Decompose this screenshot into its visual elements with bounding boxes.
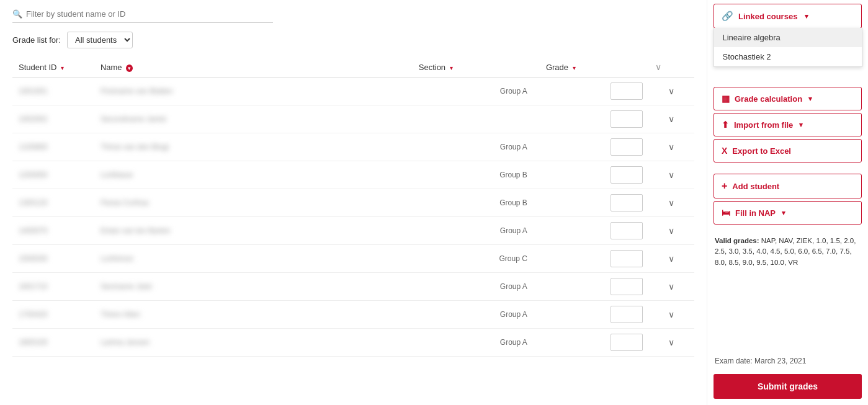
section-value-4: Group B: [499, 198, 527, 207]
linked-courses-dropdown: Lineaire algebra Stochastiek 2: [714, 28, 862, 67]
cell-student-id-2: 1100800: [12, 133, 94, 161]
cell-expand-5: ∨: [649, 217, 694, 245]
grade-input-6[interactable]: [611, 250, 643, 267]
section-value-0: Group A: [500, 87, 527, 96]
cell-expand-7: ∨: [649, 273, 694, 301]
cell-section-6: Group C: [413, 245, 540, 273]
sidebar-actions: ▦ Grade calculation ▾ ⬆ Import from file…: [707, 82, 868, 229]
linked-course-item-1[interactable]: Stochastiek 2: [714, 47, 862, 66]
grade-sort-icon: ▾: [573, 65, 576, 71]
cell-section-7: Group A: [413, 273, 540, 301]
grade-input-8[interactable]: [611, 306, 643, 323]
grade-list-for-select[interactable]: All students Group A Group B Group C: [67, 32, 133, 48]
add-student-button[interactable]: + Add student: [714, 174, 862, 198]
col-header-name-label: Name: [101, 63, 122, 72]
import-from-file-button[interactable]: ⬆ Import from file ▾: [714, 113, 862, 136]
col-header-section[interactable]: Section ▾: [413, 58, 540, 78]
cell-student-id-9: 1800100: [12, 329, 94, 357]
grade-calculation-button[interactable]: ▦ Grade calculation ▾: [714, 87, 862, 110]
grade-input-2[interactable]: [611, 138, 643, 156]
expand-row-button-8[interactable]: ∨: [668, 309, 674, 319]
expand-row-button-9[interactable]: ∨: [668, 337, 674, 347]
student-id-value-7: 1601710: [19, 282, 48, 291]
grade-table-body: 1001001Firstname van BlattenGroup A∨1002…: [12, 78, 694, 357]
cell-section-3: Group B: [413, 161, 540, 189]
cell-section-0: Group A: [413, 78, 540, 105]
cell-name-2: Thirse van den Blogt: [94, 133, 413, 161]
grade-input-7[interactable]: [611, 278, 643, 295]
table-row: 1500030LorthimonGroup C∨: [12, 245, 694, 273]
expand-row-button-2[interactable]: ∨: [668, 142, 674, 152]
search-bar: 🔍: [12, 9, 273, 23]
col-header-name[interactable]: Name ▾: [94, 58, 413, 78]
expand-row-button-7[interactable]: ∨: [668, 282, 674, 292]
grade-calculation-label: Grade calculation: [735, 94, 802, 104]
cell-expand-9: ∨: [649, 329, 694, 357]
col-header-grade[interactable]: Grade ▾: [540, 58, 649, 78]
cell-student-id-4: 1300120: [12, 189, 94, 217]
linked-courses-chevron-icon: ▾: [805, 12, 808, 20]
cell-name-3: Lortblauw: [94, 161, 413, 189]
expand-all-icon[interactable]: ∨: [655, 62, 661, 72]
student-name-value-0: Firstname van Blatten: [101, 87, 173, 96]
cell-grade-9: [540, 329, 649, 357]
cell-section-4: Group B: [413, 189, 540, 217]
valid-grades-label: Valid grades:: [715, 237, 759, 244]
col-header-student-id[interactable]: Student ID ▾: [12, 58, 94, 78]
section-value-7: Group A: [500, 282, 527, 291]
cell-section-8: Group A: [413, 301, 540, 329]
expand-row-button-6[interactable]: ∨: [668, 254, 674, 264]
main-content: 🔍 Grade list for: All students Group A G…: [0, 0, 707, 405]
search-input[interactable]: [26, 9, 273, 19]
fill-in-nap-button[interactable]: 🛏 Fill in NAP ▾: [714, 201, 862, 225]
grade-input-0[interactable]: [611, 82, 643, 100]
cell-grade-2: [540, 133, 649, 161]
export-to-excel-button[interactable]: X Export to Excel: [714, 139, 862, 162]
cell-grade-6: [540, 245, 649, 273]
import-chevron-icon: ▾: [799, 121, 803, 129]
grade-input-4[interactable]: [611, 194, 643, 211]
cell-grade-7: [540, 273, 649, 301]
grade-input-3[interactable]: [611, 166, 643, 184]
expand-row-button-0[interactable]: ∨: [668, 86, 674, 96]
linked-courses-button[interactable]: 🔗 Linked courses ▾: [714, 4, 861, 28]
upload-icon: ⬆: [722, 120, 729, 130]
export-to-excel-label: Export to Excel: [732, 146, 791, 156]
cell-name-1: Secondname Jantst: [94, 105, 413, 133]
valid-grades-info: Valid grades: NAP, NAV, ZIEK, 1.0, 1.5, …: [707, 229, 868, 272]
link-icon: 🔗: [722, 11, 733, 22]
student-id-value-8: 1700420: [19, 310, 48, 319]
col-header-student-id-label: Student ID: [19, 63, 56, 72]
grade-input-9[interactable]: [611, 334, 643, 351]
exam-date-label: Exam date:: [715, 357, 753, 365]
cell-name-9: Lartma Jansen: [94, 329, 413, 357]
section-value-3: Group B: [499, 171, 527, 179]
student-name-value-8: Thiren Alten: [101, 310, 140, 319]
table-row: 1001001Firstname van BlattenGroup A∨: [12, 78, 694, 105]
table-row: 1100800Thirse van den BlogtGroup A∨: [12, 133, 694, 161]
cell-expand-8: ∨: [649, 301, 694, 329]
excel-icon: X: [722, 146, 727, 156]
grade-input-5[interactable]: [611, 222, 643, 239]
cell-expand-0: ∨: [649, 78, 694, 105]
grade-input-1[interactable]: [611, 110, 643, 128]
exam-date: Exam date: March 23, 2021: [707, 352, 868, 370]
expand-row-button-1[interactable]: ∨: [668, 114, 674, 124]
expand-row-button-5[interactable]: ∨: [668, 226, 674, 236]
plus-icon: +: [722, 180, 727, 192]
cell-student-id-0: 1001001: [12, 78, 94, 105]
table-row: 1300120Fiesta CorthasGroup B∨: [12, 189, 694, 217]
table-header-row: Student ID ▾ Name ▾ Section ▾ Grade ▾: [12, 58, 694, 78]
expand-row-button-4[interactable]: ∨: [668, 198, 674, 208]
section-sort-icon: ▾: [450, 65, 453, 71]
submit-grades-button[interactable]: Submit grades: [714, 374, 862, 399]
linked-courses-section: 🔗 Linked courses ▾ Lineaire algebra Stoc…: [714, 4, 862, 29]
cell-name-6: Lorthimon: [94, 245, 413, 273]
linked-course-item-0[interactable]: Lineaire algebra: [714, 28, 862, 47]
student-name-value-6: Lorthimon: [101, 254, 133, 263]
cell-name-5: Entan van ten Barten: [94, 217, 413, 245]
linked-courses-label: Linked courses: [738, 12, 797, 21]
cell-grade-5: [540, 217, 649, 245]
col-header-expand: ∨: [649, 58, 694, 78]
expand-row-button-3[interactable]: ∨: [668, 170, 674, 180]
